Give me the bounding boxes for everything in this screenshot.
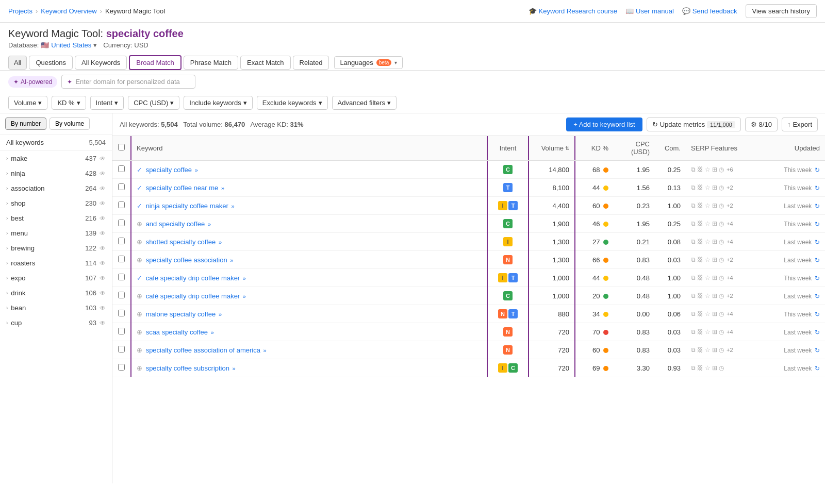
domain-input[interactable]: ✦ Enter domain for personalized data bbox=[61, 75, 195, 89]
row-checkbox-cell[interactable] bbox=[112, 197, 131, 215]
row-refresh-icon[interactable]: ↻ bbox=[815, 293, 820, 300]
eye-icon[interactable]: 👁 bbox=[100, 230, 106, 237]
breadcrumb-projects[interactable]: Projects bbox=[8, 7, 32, 15]
eye-icon[interactable]: 👁 bbox=[100, 170, 106, 177]
sidebar-item[interactable]: › roasters 114 👁 bbox=[0, 256, 112, 271]
row-checkbox[interactable] bbox=[118, 292, 125, 298]
export-button[interactable]: ↑ Export bbox=[782, 117, 818, 131]
sidebar-item[interactable]: › expo 107 👁 bbox=[0, 271, 112, 285]
row-checkbox-cell[interactable] bbox=[112, 215, 131, 233]
eye-icon[interactable]: 👁 bbox=[100, 320, 106, 327]
user-manual-link[interactable]: 📖 User manual bbox=[625, 7, 674, 15]
keyword-link[interactable]: malone specialty coffee bbox=[146, 310, 216, 318]
select-all-checkbox[interactable] bbox=[118, 144, 125, 150]
sidebar-item[interactable]: › menu 139 👁 bbox=[0, 226, 112, 241]
row-refresh-icon[interactable]: ↻ bbox=[815, 184, 820, 192]
tab-all[interactable]: All bbox=[8, 56, 27, 70]
row-checkbox-cell[interactable] bbox=[112, 287, 131, 305]
eye-icon[interactable]: 👁 bbox=[100, 185, 106, 192]
row-refresh-icon[interactable]: ↻ bbox=[815, 239, 820, 246]
tab-broad-match[interactable]: Broad Match bbox=[129, 55, 182, 70]
row-checkbox[interactable] bbox=[118, 256, 125, 262]
row-checkbox-cell[interactable] bbox=[112, 160, 131, 179]
languages-dropdown[interactable]: Languages beta ▾ bbox=[334, 56, 403, 69]
sort-by-volume-button[interactable]: By volume bbox=[50, 117, 90, 130]
eye-icon[interactable]: 👁 bbox=[100, 275, 106, 282]
row-refresh-icon[interactable]: ↻ bbox=[815, 347, 820, 354]
sidebar-item[interactable]: › cup 93 👁 bbox=[0, 315, 112, 330]
cpc-filter[interactable]: CPC (USD) ▾ bbox=[128, 96, 179, 110]
row-refresh-icon[interactable]: ↻ bbox=[815, 166, 820, 174]
tab-phrase-match[interactable]: Phrase Match bbox=[184, 56, 238, 70]
sort-by-number-button[interactable]: By number bbox=[5, 117, 46, 130]
intent-filter[interactable]: Intent ▾ bbox=[90, 96, 124, 110]
row-checkbox[interactable] bbox=[118, 274, 125, 280]
settings-button[interactable]: ⚙ 8/10 bbox=[745, 117, 778, 131]
advanced-filters[interactable]: Advanced filters ▾ bbox=[332, 96, 397, 110]
keyword-link[interactable]: specialty coffee association of america bbox=[146, 346, 260, 354]
view-history-button[interactable]: View search history bbox=[746, 4, 817, 18]
row-checkbox[interactable] bbox=[118, 165, 125, 172]
sidebar-item[interactable]: › ninja 428 👁 bbox=[0, 166, 112, 181]
row-refresh-icon[interactable]: ↻ bbox=[815, 257, 820, 264]
row-checkbox-cell[interactable] bbox=[112, 269, 131, 287]
tab-all-keywords[interactable]: All Keywords bbox=[75, 56, 127, 70]
sidebar-item[interactable]: › association 264 👁 bbox=[0, 181, 112, 196]
row-checkbox[interactable] bbox=[118, 364, 125, 371]
send-feedback-link[interactable]: 💬 Send feedback bbox=[682, 7, 737, 15]
sidebar-item[interactable]: › brewing 122 👁 bbox=[0, 241, 112, 256]
keyword-link[interactable]: and specialty coffee bbox=[146, 220, 205, 228]
row-refresh-icon[interactable]: ↻ bbox=[815, 365, 820, 372]
breadcrumb-overview[interactable]: Keyword Overview bbox=[41, 7, 96, 15]
tab-questions[interactable]: Questions bbox=[29, 56, 73, 70]
sidebar-item[interactable]: › shop 230 👁 bbox=[0, 196, 112, 211]
row-refresh-icon[interactable]: ↻ bbox=[815, 275, 820, 282]
row-checkbox-cell[interactable] bbox=[112, 359, 131, 377]
keyword-course-link[interactable]: 🎓 Keyword Research course bbox=[529, 7, 617, 15]
database-link[interactable]: United States bbox=[51, 41, 91, 49]
row-refresh-icon[interactable]: ↻ bbox=[815, 329, 820, 336]
row-checkbox[interactable] bbox=[118, 328, 125, 334]
row-checkbox[interactable] bbox=[118, 220, 125, 226]
sidebar-item[interactable]: › best 216 👁 bbox=[0, 211, 112, 226]
sidebar-item[interactable]: › make 437 👁 bbox=[0, 151, 112, 166]
row-checkbox[interactable] bbox=[118, 238, 125, 244]
keyword-link[interactable]: scaa specialty coffee bbox=[146, 328, 208, 336]
row-checkbox[interactable] bbox=[118, 310, 125, 316]
row-checkbox-cell[interactable] bbox=[112, 305, 131, 323]
sidebar-item[interactable]: › drink 106 👁 bbox=[0, 285, 112, 300]
row-checkbox-cell[interactable] bbox=[112, 251, 131, 269]
row-refresh-icon[interactable]: ↻ bbox=[815, 221, 820, 228]
row-checkbox-cell[interactable] bbox=[112, 341, 131, 359]
row-checkbox[interactable] bbox=[118, 183, 125, 190]
keyword-link[interactable]: specialty coffee subscription bbox=[146, 364, 229, 372]
eye-icon[interactable]: 👁 bbox=[100, 200, 106, 207]
row-refresh-icon[interactable]: ↻ bbox=[815, 203, 820, 210]
keyword-link[interactable]: specialty coffee bbox=[146, 166, 192, 174]
row-refresh-icon[interactable]: ↻ bbox=[815, 311, 820, 318]
keyword-link[interactable]: specialty coffee association bbox=[146, 256, 227, 264]
eye-icon[interactable]: 👁 bbox=[100, 215, 106, 222]
add-to-keyword-list-button[interactable]: + Add to keyword list bbox=[566, 117, 642, 131]
eye-icon[interactable]: 👁 bbox=[100, 155, 106, 162]
row-checkbox[interactable] bbox=[118, 201, 125, 208]
row-checkbox[interactable] bbox=[118, 346, 125, 352]
eye-icon[interactable]: 👁 bbox=[100, 290, 106, 297]
exclude-keywords-filter[interactable]: Exclude keywords ▾ bbox=[257, 96, 328, 110]
update-metrics-button[interactable]: ↻ Update metrics 11/1,000 bbox=[647, 117, 741, 131]
tab-related[interactable]: Related bbox=[293, 56, 329, 70]
include-keywords-filter[interactable]: Include keywords ▾ bbox=[184, 96, 252, 110]
row-checkbox-cell[interactable] bbox=[112, 323, 131, 341]
volume-filter[interactable]: Volume ▾ bbox=[8, 96, 47, 110]
eye-icon[interactable]: 👁 bbox=[100, 260, 106, 267]
sidebar-item[interactable]: › bean 103 👁 bbox=[0, 300, 112, 315]
kd-filter[interactable]: KD % ▾ bbox=[52, 96, 86, 110]
keyword-link[interactable]: shotted specialty coffee bbox=[146, 238, 216, 246]
row-checkbox-cell[interactable] bbox=[112, 233, 131, 251]
keyword-link[interactable]: specialty coffee near me bbox=[146, 184, 219, 192]
keyword-link[interactable]: café specialty drip coffee maker bbox=[146, 292, 240, 300]
keyword-link[interactable]: ninja specialty coffee maker bbox=[146, 202, 228, 210]
keyword-link[interactable]: cafe specialty drip coffee maker bbox=[146, 274, 240, 282]
tab-exact-match[interactable]: Exact Match bbox=[240, 56, 291, 70]
row-checkbox-cell[interactable] bbox=[112, 179, 131, 197]
